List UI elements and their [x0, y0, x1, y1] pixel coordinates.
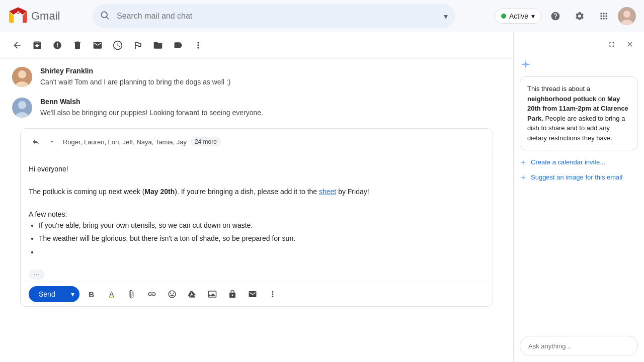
suggestion-gem-icon-2	[520, 174, 527, 183]
reply-dropdown[interactable]	[45, 135, 59, 149]
send-label: Send	[29, 286, 65, 302]
search-icon	[100, 10, 110, 23]
compose-line1: The potluck is coming up next week (May …	[29, 186, 485, 197]
sender-name-1: Shirley Franklin	[40, 67, 501, 75]
emoji-button[interactable]	[164, 286, 180, 302]
gemini-icon	[520, 58, 532, 70]
formatting-button[interactable]: B	[84, 286, 100, 302]
compose-sheet-link[interactable]: sheet	[319, 188, 336, 196]
drive-button[interactable]	[184, 286, 200, 302]
svg-point-3	[623, 11, 630, 18]
snooze-button[interactable]	[109, 36, 127, 54]
message-row: Benn Walsh We'll also be bringing our pu…	[12, 98, 501, 118]
ai-summary-card: This thread is about a neighborhood potl…	[520, 76, 638, 150]
delete-button[interactable]	[68, 36, 87, 54]
summary-bold1: neighborhood potluck	[527, 95, 596, 103]
sender-name-2: Benn Walsh	[40, 98, 501, 106]
message-content-1: Shirley Franklin Can't wait! Tom and I a…	[40, 67, 501, 87]
settings-button[interactable]	[570, 6, 590, 26]
signature-button[interactable]	[245, 286, 261, 302]
gemini-icon-area	[514, 56, 644, 76]
active-dot	[501, 14, 506, 19]
compose-ellipsis-area: ···	[21, 267, 493, 282]
photo-button[interactable]	[204, 286, 220, 302]
reply-icons	[29, 135, 59, 149]
link-button[interactable]	[144, 286, 160, 302]
message-text-2: We'll also be bringing our puppies! Look…	[40, 108, 501, 118]
compose-date: May 20th	[144, 188, 175, 196]
avatar-benn	[12, 98, 32, 118]
compose-recipients: Roger, Lauren, Lori, Jeff, Naya, Tamia, …	[21, 129, 493, 155]
main-content: Shirley Franklin Can't wait! Tom and I a…	[0, 32, 644, 362]
search-dropdown-icon[interactable]: ▾	[444, 12, 448, 21]
summary-prefix: This thread is about a	[527, 85, 590, 93]
email-toolbar	[0, 32, 513, 59]
compose-greeting: Hi everyone!	[29, 163, 485, 174]
recipients-list: Roger, Lauren, Lori, Jeff, Naya, Tamia, …	[63, 138, 187, 146]
user-avatar[interactable]	[618, 7, 636, 25]
ai-ask-input[interactable]	[528, 342, 629, 350]
suggestion-1-text: Create a calendar invite...	[531, 158, 605, 166]
ai-suggestions: Create a calendar invite... Suggest an i…	[514, 158, 644, 183]
ai-suggestion-image[interactable]: Suggest an image for this email	[520, 173, 638, 183]
active-status-button[interactable]: Active ▾	[495, 9, 541, 24]
ai-ask-input-area	[520, 336, 638, 356]
topbar: Gmail ▾ Active ▾	[0, 0, 644, 32]
send-dropdown-icon[interactable]: ▾	[66, 286, 79, 302]
compose-bullets: If you're able, bring your own utensils,…	[29, 220, 485, 257]
more-recipients-badge[interactable]: 24 more	[191, 137, 221, 146]
avatar-shirley	[12, 67, 32, 87]
move-to-button[interactable]	[149, 36, 167, 54]
compose-bullet-3	[39, 246, 485, 257]
svg-point-9	[18, 101, 26, 109]
mark-unread-button[interactable]	[89, 36, 107, 54]
suggestion-gem-icon-1	[520, 159, 527, 167]
message-text-1: Can't wait! Tom and I are planning to br…	[40, 77, 501, 87]
avatar-image	[618, 7, 636, 25]
email-panel: Shirley Franklin Can't wait! Tom and I a…	[0, 32, 513, 362]
search-input[interactable]	[93, 4, 455, 28]
labels-button[interactable]	[169, 36, 187, 54]
summary-text2: on	[596, 95, 607, 103]
ai-panel-header	[514, 32, 644, 56]
topbar-right: Active ▾	[495, 6, 636, 26]
add-task-button[interactable]	[129, 36, 147, 54]
reply-button[interactable]	[29, 135, 43, 149]
attach-button[interactable]	[124, 286, 140, 302]
ai-panel: This thread is about a neighborhood potl…	[513, 32, 644, 362]
more-compose-options-button[interactable]	[265, 286, 281, 302]
compose-notes-label: A few notes:	[29, 209, 485, 220]
back-button[interactable]	[8, 36, 26, 54]
compose-bullet-1: If you're able, bring your own utensils,…	[39, 220, 485, 231]
ai-close-button[interactable]	[622, 36, 638, 52]
search-bar: ▾	[93, 4, 455, 28]
active-dropdown-icon: ▾	[531, 12, 535, 20]
send-button[interactable]: Send ▾	[29, 286, 79, 302]
compose-bullet-2: The weather will be glorious, but there …	[39, 233, 485, 244]
compose-footer: Send ▾ B A	[21, 282, 493, 306]
compose-area: Roger, Lauren, Lori, Jeff, Naya, Tamia, …	[20, 128, 493, 307]
report-spam-button[interactable]	[48, 36, 66, 54]
compose-body[interactable]: Hi everyone! The potluck is coming up ne…	[21, 155, 493, 267]
message-content-2: Benn Walsh We'll also be bringing our pu…	[40, 98, 501, 118]
gmail-logo-icon	[8, 6, 28, 26]
lock-button[interactable]	[224, 286, 240, 302]
help-button[interactable]	[545, 6, 566, 26]
app-title: Gmail	[31, 10, 60, 23]
active-label: Active	[509, 12, 528, 20]
message-row: Shirley Franklin Can't wait! Tom and I a…	[12, 67, 501, 87]
gmail-logo: Gmail	[8, 6, 89, 26]
email-messages: Shirley Franklin Can't wait! Tom and I a…	[0, 59, 513, 362]
ai-expand-button[interactable]	[604, 36, 620, 52]
ai-suggestion-calendar[interactable]: Create a calendar invite...	[520, 158, 638, 167]
svg-point-6	[18, 70, 26, 78]
apps-button[interactable]	[594, 6, 614, 26]
show-trimmed-button[interactable]: ···	[29, 269, 45, 280]
svg-line-1	[107, 17, 109, 19]
archive-button[interactable]	[28, 36, 46, 54]
more-options-button[interactable]	[189, 36, 207, 54]
font-color-button[interactable]: A	[104, 286, 120, 302]
suggestion-2-text: Suggest an image for this email	[531, 173, 622, 181]
